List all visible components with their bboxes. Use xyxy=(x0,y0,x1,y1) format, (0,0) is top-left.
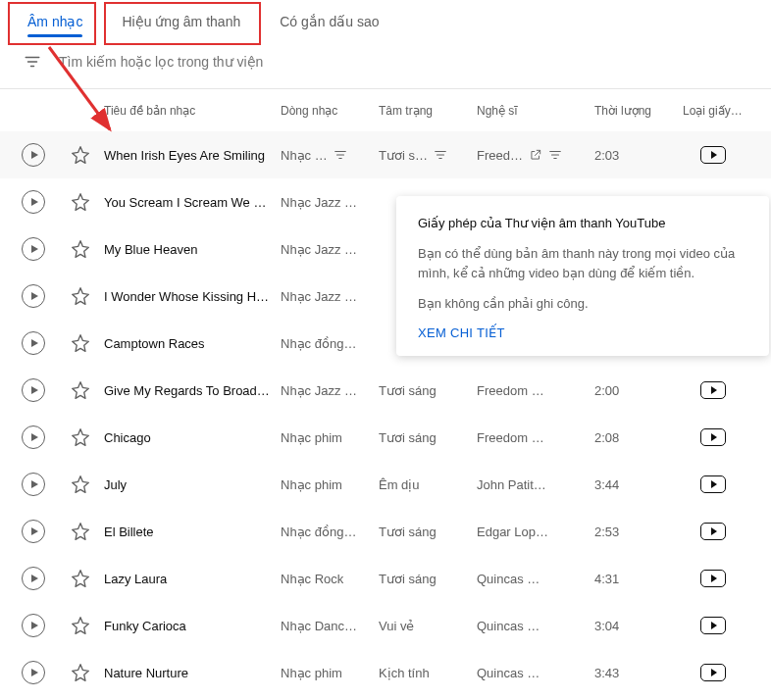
track-duration: 2:00 xyxy=(594,383,683,398)
play-button[interactable] xyxy=(10,378,57,402)
star-button[interactable] xyxy=(57,475,104,494)
track-genre: Nhạc Jazz … xyxy=(281,383,379,398)
play-button[interactable] xyxy=(10,473,57,496)
filter-lines-icon[interactable] xyxy=(24,53,41,71)
youtube-button[interactable] xyxy=(683,570,744,587)
track-genre: Nhạc phim xyxy=(281,430,379,445)
tooltip-body: Bạn không cần phải ghi công. xyxy=(418,294,747,314)
star-button[interactable] xyxy=(57,145,104,165)
track-duration: 4:31 xyxy=(594,572,683,586)
track-title: I Wonder Whose Kissing H… xyxy=(104,289,281,304)
star-button[interactable] xyxy=(57,239,104,259)
play-button[interactable] xyxy=(10,567,57,590)
col-license[interactable]: Loại giấy ph xyxy=(683,104,744,118)
track-artist: Freedom … xyxy=(477,383,594,398)
track-mood: Êm dịu xyxy=(379,477,477,492)
search-input[interactable] xyxy=(59,54,353,70)
track-genre: Nhạc Jazz … xyxy=(281,195,379,210)
track-genre: Nhạc đồng… xyxy=(281,525,379,539)
track-title: July xyxy=(104,477,281,492)
track-genre: Nhạc … xyxy=(281,148,379,163)
star-button[interactable] xyxy=(57,380,104,400)
track-mood: Tươi s… xyxy=(379,148,477,163)
track-genre: Nhạc đồng… xyxy=(281,336,379,351)
star-button[interactable] xyxy=(57,192,104,212)
track-title: Camptown Races xyxy=(104,336,281,351)
tooltip-body: Bạn có thể dùng bản âm thanh này trong m… xyxy=(418,244,747,282)
track-artist: Quincas … xyxy=(477,572,594,586)
track-duration: 3:04 xyxy=(594,619,683,633)
track-duration: 3:43 xyxy=(594,666,683,680)
play-button[interactable] xyxy=(10,190,57,214)
play-button[interactable] xyxy=(10,237,57,261)
track-genre: Nhạc Jazz … xyxy=(281,242,379,257)
track-artist: Quincas … xyxy=(477,619,594,633)
track-genre: Nhạc Jazz … xyxy=(281,289,379,304)
tabs-bar: Âm nhạc Hiệu ứng âm thanh Có gắn dấu sao xyxy=(0,0,771,43)
track-artist: John Patit… xyxy=(477,477,594,492)
youtube-button[interactable] xyxy=(683,475,744,493)
tab-sound-effects[interactable]: Hiệu ứng âm thanh xyxy=(102,0,260,43)
track-mood: Kịch tính xyxy=(379,666,477,680)
table-row[interactable]: Funky CariocaNhạc Danc…Vui vẻQuincas …3:… xyxy=(0,602,771,649)
table-row[interactable]: Lazy LauraNhạc RockTươi sángQuincas …4:3… xyxy=(0,555,771,602)
track-title: El Billete xyxy=(104,525,281,539)
star-button[interactable] xyxy=(57,522,104,541)
track-duration: 2:08 xyxy=(594,430,683,445)
col-artist[interactable]: Nghệ sĩ xyxy=(477,104,594,118)
youtube-button[interactable] xyxy=(683,664,744,681)
track-mood: Tươi sáng xyxy=(379,383,477,398)
play-button[interactable] xyxy=(10,661,57,684)
youtube-button[interactable] xyxy=(683,523,744,540)
play-button[interactable] xyxy=(10,614,57,637)
play-button[interactable] xyxy=(10,520,57,543)
star-button[interactable] xyxy=(57,427,104,447)
table-header: Tiêu đề bản nhạc Dòng nhạc Tâm trạng Ngh… xyxy=(0,88,771,131)
play-button[interactable] xyxy=(10,331,57,355)
table-row[interactable]: When Irish Eyes Are SmilingNhạc …Tươi s…… xyxy=(0,131,771,178)
star-button[interactable] xyxy=(57,286,104,306)
track-duration: 3:44 xyxy=(594,477,683,492)
star-button[interactable] xyxy=(57,569,104,588)
track-artist: Edgar Lop… xyxy=(477,525,594,539)
col-title[interactable]: Tiêu đề bản nhạc xyxy=(104,104,281,118)
tooltip-title: Giấy phép của Thư viện âm thanh YouTube xyxy=(418,216,747,230)
track-title: Funky Carioca xyxy=(104,619,281,633)
star-button[interactable] xyxy=(57,616,104,635)
youtube-button[interactable] xyxy=(683,428,744,446)
track-genre: Nhạc phim xyxy=(281,666,379,680)
table-row[interactable]: ChicagoNhạc phimTươi sángFreedom …2:08 xyxy=(0,414,771,461)
track-title: You Scream I Scream We … xyxy=(104,195,281,210)
col-genre[interactable]: Dòng nhạc xyxy=(281,104,379,118)
youtube-button[interactable] xyxy=(683,381,744,399)
star-button[interactable] xyxy=(57,663,104,682)
tab-starred[interactable]: Có gắn dấu sao xyxy=(260,0,398,43)
star-button[interactable] xyxy=(57,333,104,353)
youtube-button[interactable] xyxy=(683,146,744,164)
track-title: My Blue Heaven xyxy=(104,242,281,257)
table-row[interactable]: Nature NurtureNhạc phimKịch tínhQuincas … xyxy=(0,649,771,696)
track-title: When Irish Eyes Are Smiling xyxy=(104,148,281,163)
track-mood: Vui vẻ xyxy=(379,619,477,633)
track-duration: 2:53 xyxy=(594,525,683,539)
track-genre: Nhạc Rock xyxy=(281,572,379,586)
youtube-button[interactable] xyxy=(683,617,744,634)
table-row[interactable]: JulyNhạc phimÊm dịuJohn Patit…3:44 xyxy=(0,461,771,508)
tooltip-details-link[interactable]: XEM CHI TIẾT xyxy=(418,325,747,340)
tab-music[interactable]: Âm nhạc xyxy=(8,0,102,43)
track-genre: Nhạc phim xyxy=(281,477,379,492)
track-mood: Tươi sáng xyxy=(379,430,477,445)
search-row xyxy=(0,43,771,88)
col-duration[interactable]: Thời lượng xyxy=(594,104,683,118)
license-tooltip: Giấy phép của Thư viện âm thanh YouTube … xyxy=(396,196,769,356)
track-artist: Freed… xyxy=(477,148,594,163)
table-row[interactable]: Give My Regards To Broad…Nhạc Jazz …Tươi… xyxy=(0,367,771,414)
track-genre: Nhạc Danc… xyxy=(281,619,379,633)
table-row[interactable]: El BilleteNhạc đồng…Tươi sángEdgar Lop…2… xyxy=(0,508,771,555)
track-title: Chicago xyxy=(104,430,281,445)
play-button[interactable] xyxy=(10,284,57,308)
play-button[interactable] xyxy=(10,143,57,167)
track-title: Give My Regards To Broad… xyxy=(104,383,281,398)
play-button[interactable] xyxy=(10,425,57,449)
col-mood[interactable]: Tâm trạng xyxy=(379,104,477,118)
